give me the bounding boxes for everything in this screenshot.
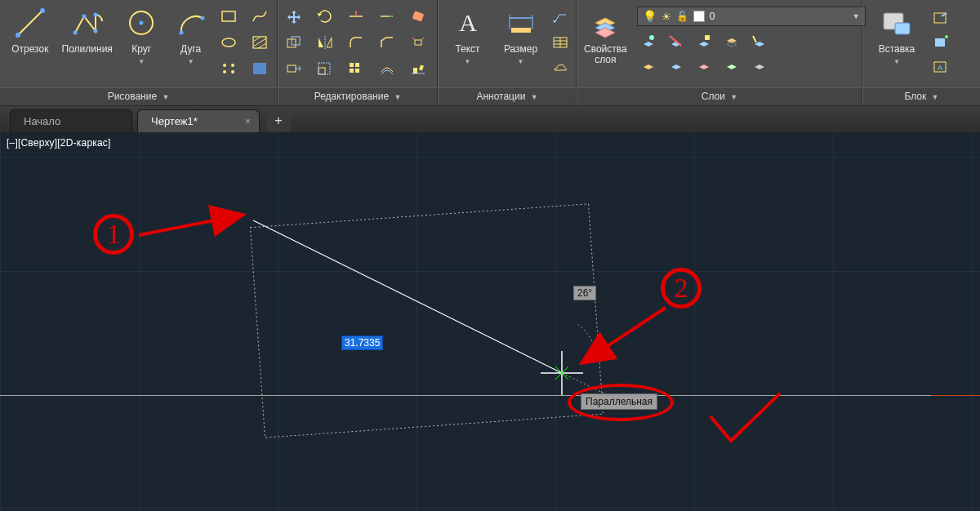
viewport-label[interactable]: [–][Сверху][2D-каркас] [7, 137, 111, 149]
block-create-icon[interactable] [930, 33, 951, 52]
svg-line-86 [555, 367, 568, 380]
layer-lock-icon[interactable] [693, 31, 714, 51]
panel-layers-title[interactable]: Слои ▼ [577, 87, 862, 105]
tab-drawing1-label: Чертеж1* [151, 115, 198, 127]
stretch-icon[interactable] [283, 59, 305, 78]
tool-text[interactable]: A Текст ▼ [443, 3, 492, 84]
svg-rect-64 [705, 35, 710, 40]
annotation-ellipse [568, 384, 674, 421]
tool-arc-label: Дуга [180, 44, 201, 55]
svg-point-6 [93, 13, 97, 17]
block-attr-icon[interactable]: A [930, 57, 951, 77]
tool-insert-block[interactable]: Вставка ▼ [868, 3, 925, 84]
tab-drawing1[interactable]: Чертеж1* × [137, 109, 260, 132]
layer-match-icon[interactable] [748, 31, 769, 51]
leader-icon[interactable] [550, 8, 571, 28]
svg-rect-40 [355, 63, 359, 67]
tool-circle[interactable]: Круг ▼ [119, 3, 164, 84]
array-icon[interactable] [345, 59, 367, 78]
svg-point-18 [231, 64, 234, 67]
dropdown-icon: ▼ [531, 93, 538, 101]
panel-annotation-title-label: Аннотации [476, 91, 525, 102]
mirror-icon[interactable] [314, 33, 336, 52]
layer-selector[interactable]: 💡 ☀ 🔓 0 ▼ [637, 7, 866, 26]
layer-b-icon[interactable] [665, 56, 686, 75]
svg-rect-41 [350, 69, 354, 73]
svg-marker-22 [317, 13, 322, 16]
new-tab-button[interactable]: + [266, 110, 291, 131]
panel-layers-title-label: Слои [702, 91, 725, 102]
tool-layer-props[interactable]: Свойства слоя [582, 3, 629, 84]
align-icon[interactable] [408, 59, 429, 78]
spline-icon[interactable] [249, 7, 270, 26]
dropdown-icon: ▼ [188, 58, 194, 65]
layer-current-name: 0 [710, 11, 715, 22]
arc-icon [173, 5, 209, 41]
tool-insert-block-label: Вставка [879, 44, 915, 55]
panel-annotation-title[interactable]: Аннотации ▼ [439, 87, 576, 105]
table-icon[interactable] [550, 33, 571, 52]
svg-line-16 [258, 43, 266, 48]
tool-dimension[interactable]: Размер ▼ [497, 3, 545, 84]
svg-line-87 [555, 367, 568, 380]
tool-arc[interactable]: Дуга ▼ [168, 3, 213, 84]
extend-icon[interactable] [376, 7, 398, 26]
copy-icon[interactable] [283, 33, 305, 52]
svg-marker-65 [727, 38, 737, 43]
point-icon[interactable] [218, 59, 239, 78]
trim-icon[interactable] [345, 7, 367, 26]
svg-point-1 [16, 33, 20, 38]
svg-line-34 [412, 38, 415, 40]
close-icon[interactable]: × [245, 116, 251, 127]
ellipse-icon[interactable] [218, 33, 239, 52]
svg-rect-39 [350, 63, 354, 67]
tab-start[interactable]: Начало [10, 109, 132, 132]
svg-line-89 [139, 215, 243, 235]
dropdown-icon: ▼ [138, 58, 145, 65]
fillet-icon[interactable] [345, 33, 367, 52]
layer-e-icon[interactable] [748, 56, 769, 75]
layer-iso-icon[interactable] [720, 31, 742, 51]
cloud-icon[interactable] [550, 57, 571, 77]
svg-text:A: A [459, 9, 477, 36]
panel-drawing-title[interactable]: Рисование ▼ [0, 87, 277, 105]
tool-line[interactable]: Отрезок [5, 3, 56, 84]
layer-a-icon[interactable] [637, 56, 658, 75]
rotate-icon[interactable] [314, 7, 336, 26]
tab-start-label: Начало [24, 115, 60, 127]
svg-rect-44 [413, 68, 417, 73]
svg-point-4 [82, 15, 86, 19]
panel-drawing: Отрезок Полилиния Круг ▼ Дуга ▼ [0, 0, 278, 105]
erase-icon[interactable] [408, 7, 429, 26]
svg-line-15 [253, 38, 266, 47]
layer-c-icon[interactable] [693, 56, 714, 75]
block-edit-icon[interactable] [930, 8, 951, 28]
dropdown-icon: ▼ [893, 58, 900, 65]
svg-point-9 [179, 31, 183, 35]
svg-point-19 [223, 70, 226, 73]
drawing-canvas[interactable]: [–][Сверху][2D-каркас] 31.7335 26° Парал… [0, 132, 980, 511]
chamfer-icon[interactable] [376, 33, 398, 52]
annotation-marker-1: 1 [93, 214, 134, 255]
explode-icon[interactable] [408, 33, 429, 52]
rect-icon[interactable] [218, 7, 239, 26]
layer-d-icon[interactable] [720, 56, 742, 75]
hatch-icon[interactable] [249, 33, 270, 52]
svg-rect-42 [355, 69, 359, 73]
offset-icon[interactable] [376, 59, 398, 78]
dynamic-length-input[interactable]: 31.7335 [341, 335, 383, 350]
layer-freeze-icon[interactable] [637, 31, 658, 51]
tool-polyline[interactable]: Полилиния [60, 3, 114, 84]
svg-marker-68 [644, 64, 653, 69]
layer-off-icon[interactable] [665, 31, 686, 51]
dropdown-icon: ▼ [853, 12, 860, 20]
svg-text:A: A [938, 64, 942, 72]
panel-block-title[interactable]: Блок ▼ [863, 87, 980, 105]
scale-icon[interactable] [314, 59, 336, 78]
sun-icon: ☀ [662, 11, 671, 23]
svg-marker-72 [755, 64, 764, 69]
move-icon[interactable] [283, 7, 305, 26]
panel-edit-title[interactable]: Редактирование ▼ [278, 87, 437, 105]
region-icon[interactable] [249, 59, 270, 78]
annotation-marker-2: 2 [661, 268, 702, 309]
